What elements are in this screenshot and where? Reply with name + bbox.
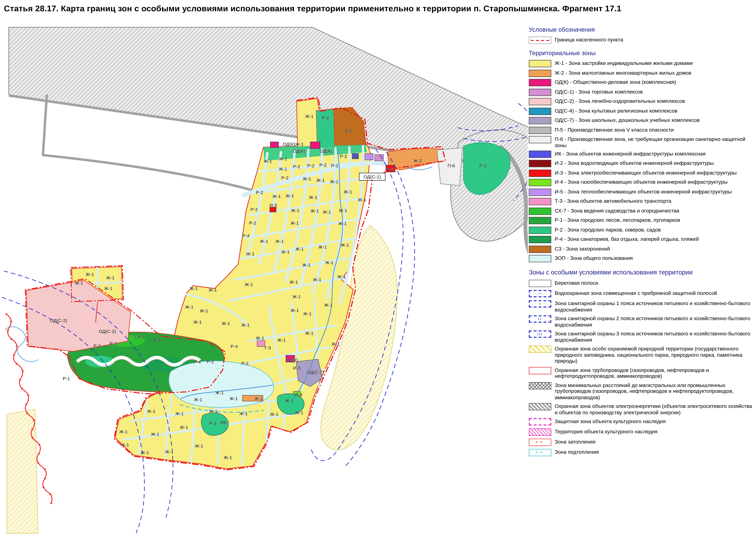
zone-label: ОД(К) - Общественно-деловая зона (компле… [554, 79, 676, 85]
zone-color-swatch [529, 126, 551, 134]
map-zone-label: Ж-1 [339, 208, 347, 213]
zone-color-swatch [529, 98, 551, 105]
map-zone-label: Ж-1 [337, 274, 346, 279]
zone-color-swatch [529, 89, 551, 96]
legend-territorial-item: ЗОП - Зона общего пользования [529, 255, 754, 262]
legend-territorial-item: И-2 - Зона водоотводящих объектов инжене… [529, 160, 754, 167]
map-zone-label: Ж-1 [330, 179, 338, 184]
zone-color-swatch [529, 150, 551, 158]
zone-label: ОД(С-7) - Зона школьных, дошкольных учеб… [554, 117, 700, 123]
zone-color-swatch [529, 207, 551, 215]
page: Статья 28.17. Карта границ зон с особыми… [0, 0, 756, 534]
special-zones-heading: Зоны с особыми условиями использования т… [529, 268, 754, 276]
map-zone-label: ИК [220, 420, 227, 425]
map-zone-label: Ж-1 [272, 193, 281, 199]
legend-special-item: ××Зона затопления [529, 439, 754, 446]
map-zone-label: Ж-1 [222, 321, 230, 326]
map-zone-label: Р-2 [340, 154, 347, 159]
zone-label: ЗОП - Зона общего пользования [554, 255, 633, 261]
map-zone-label: Ж-1 [279, 156, 287, 161]
trade-zone-patch [375, 154, 384, 161]
zone-label: СЗ - Зона захоронений [554, 245, 610, 251]
map-zone-label: И-3 [387, 166, 394, 171]
legend-special-item: ııЗона санитарной охраны 2 пояса источни… [529, 315, 754, 327]
map-zone-label: ОД(К) [293, 148, 305, 154]
legend-territorial-item: И-4 - Зона газообеспечивающих объектов и… [529, 179, 754, 186]
map-zone-label: Ж-1 [281, 249, 289, 254]
legend-territorial-item: Ж-2 - Зона малоэтажных многоквартирных ж… [529, 69, 754, 77]
legend-territorial-item: ОД(С-1) - Зона торговых комплексов [529, 89, 754, 96]
map-zone-label: Ж-1 [254, 396, 263, 401]
zone-label: И-3 - Зона электрообеспечивающих объекто… [554, 169, 737, 175]
legend-territorial-item: Р-1 - Зона городских лесов, лесопарков, … [529, 217, 754, 224]
special-zone-label: Охранная зона особо охраняемой природной… [554, 345, 754, 364]
zone-label: ОД(С-4) - Зона культовых религиозных ком… [554, 108, 677, 114]
legend-territorial-item: ОД(С-2) - Зона лечебно-оздоровительных к… [529, 98, 754, 105]
map-zone-label: ОД(К)Ж-1 [283, 141, 304, 147]
map-zone-label: Ж-1 [295, 410, 303, 415]
map-zone-label: Р-2 [319, 162, 327, 167]
special-zone-label: Водоохранная зона совмещенная с прибрежн… [554, 290, 717, 296]
map-zone-label: Ж-1 [86, 271, 94, 277]
legend-territorial-item: ОД(С-7) - Зона школьных, дошкольных учеб… [529, 117, 754, 124]
page-title: Статья 28.17. Карта границ зон с особыми… [4, 4, 754, 14]
zone-color-swatch [529, 217, 551, 224]
map-zone-label: Ж-1 [290, 308, 299, 313]
legend-territorial-item: ОД(С-4) - Зона культовых религиозных ком… [529, 108, 754, 115]
map-zone-label: Ж-1 [224, 455, 232, 460]
map-zone-label: Ж-1 [256, 335, 264, 341]
map-zone-label: Ж-1 [310, 208, 319, 214]
zone-color-swatch [529, 169, 551, 177]
legend-territorial-item: ОД(К) - Общественно-деловая зона (компле… [529, 79, 754, 86]
legend-territorial-item: Р-2 - Зона городских парков, скверов, са… [529, 226, 754, 234]
map-zone-label: Ж-1 [279, 166, 287, 171]
map-zone-label: Ж-1 [245, 282, 253, 287]
special-zone-label: Береговая полоса [554, 280, 598, 286]
map-zone-label: СЗ [345, 128, 351, 134]
map-zone-label: Ж-1 [313, 277, 321, 282]
legend-territorial-item: И-5 - Зона теплообеспечивающих объектов … [529, 189, 754, 196]
territorial-zones-heading: Территориальные зоны [529, 50, 754, 57]
zone-label: ОД(С-1) - Зона торговых комплексов [554, 89, 643, 94]
zone-color-swatch [529, 69, 551, 77]
map-zone-label: Р-2 [153, 337, 161, 343]
legend-panel: Условные обозначения Граница населенного… [528, 25, 754, 463]
map-zone-label: Ж-1 [165, 449, 174, 454]
underflood-swatch: ×× [529, 449, 551, 456]
map-zone-label: Р-2 [281, 175, 288, 180]
zone-color-swatch [529, 136, 551, 143]
map-zone-label: Ж-1 [230, 396, 238, 401]
territorial-zones-list: Ж-1 - Зона застройки индивидуальными жил… [529, 60, 754, 262]
map-zone-label: Р-4 [230, 344, 238, 349]
legend-special-item: ·–·Водоохранная зона совмещенная с прибр… [529, 290, 754, 297]
map-zone-label: Ж-1 [291, 208, 299, 213]
legend-territorial-item: Р-4 - Зона санаториев, баз отдыха, лагер… [529, 236, 754, 243]
map-zone-label: Ж-1 [151, 431, 159, 437]
electric-infra-patch [270, 207, 276, 212]
special-zone-label: Зона минимальных расстояний до магистрал… [554, 382, 754, 400]
special-zone-label: Зона затопления [554, 439, 595, 445]
flood-swatch: ×× [529, 439, 551, 446]
map-zone-label: Ж-1 [305, 331, 313, 336]
map-zone-label: Р-2 [479, 163, 486, 168]
map-zone-label: Ж-1 [270, 412, 278, 417]
special-zone-label: Защитная зона объекта культурного наслед… [554, 418, 665, 424]
map-zone-label: Р-2 [322, 115, 329, 120]
business-zone-patch [270, 142, 279, 148]
legend-special-item: ıЗона санитарной охраны 1 пояса источник… [529, 300, 754, 312]
legend-special-item: Охранная зона особо охраняемой природной… [529, 345, 754, 364]
zone-color-swatch [529, 79, 551, 86]
map-zone-label: Р-2 [307, 163, 314, 168]
map-zone-label: Р-4 [194, 359, 201, 365]
map-zone-label: Ж-1 [289, 279, 298, 285]
map-zone-label: Ж-1 [104, 286, 113, 291]
pipeline-swatch [529, 367, 551, 374]
map-zone-label: Ж-1 [344, 189, 352, 194]
sanitary-swatch: ııı [529, 331, 551, 338]
map-zone-label: Ж-1 [215, 390, 224, 395]
map-zone-label: Ж-1 [358, 197, 366, 202]
legend-heading: Условные обозначения [529, 26, 754, 33]
map-zone-label: Ж-1 [285, 193, 294, 198]
map-zone-label: Ж-1 [106, 275, 115, 280]
map-zone-label: ИК [353, 155, 359, 160]
